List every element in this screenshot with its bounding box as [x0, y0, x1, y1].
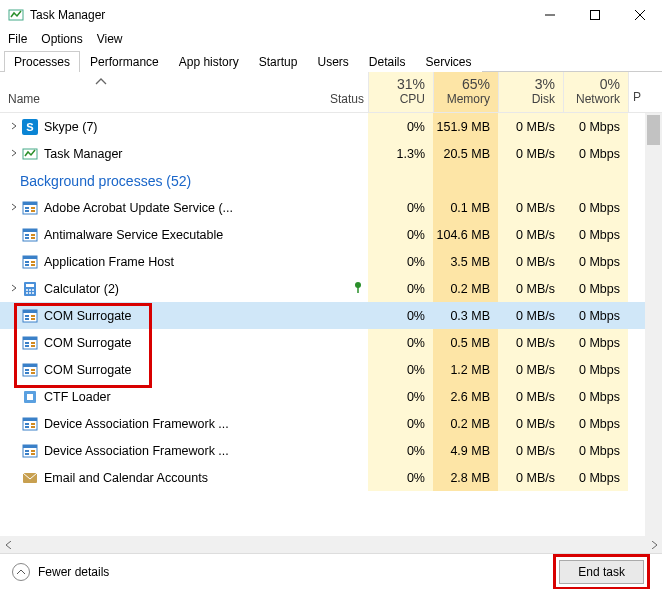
- metric-cpu: 0%: [368, 464, 433, 491]
- column-header-disk[interactable]: 3% Disk: [498, 72, 563, 112]
- metric-disk: 0 MB/s: [498, 410, 563, 437]
- metric-cpu: 0%: [368, 329, 433, 356]
- svg-rect-63: [23, 445, 37, 448]
- process-name: CTF Loader: [44, 390, 111, 404]
- column-header-name[interactable]: Name: [0, 72, 258, 112]
- svg-rect-51: [25, 372, 29, 374]
- tab-users[interactable]: Users: [307, 51, 358, 72]
- process-name: COM Surrogate: [44, 363, 132, 377]
- minimize-button[interactable]: [527, 0, 572, 30]
- vertical-scrollbar[interactable]: [645, 113, 662, 543]
- svg-rect-17: [25, 237, 29, 239]
- svg-rect-22: [25, 261, 29, 263]
- column-header-cpu[interactable]: 31% CPU: [368, 72, 433, 112]
- cpu-usage-pct: 31%: [373, 76, 425, 92]
- expand-chevron-icon[interactable]: [6, 147, 22, 161]
- metric-disk: 0 MB/s: [498, 329, 563, 356]
- process-name: Task Manager: [44, 147, 123, 161]
- expand-chevron-icon[interactable]: [6, 120, 22, 134]
- end-task-button[interactable]: End task: [559, 560, 644, 584]
- generic-icon: [22, 362, 38, 378]
- disk-usage-pct: 3%: [503, 76, 555, 92]
- tab-details[interactable]: Details: [359, 51, 416, 72]
- chevron-up-icon: [12, 563, 30, 581]
- maximize-button[interactable]: [572, 0, 617, 30]
- process-row[interactable]: COM Surrogate0%1.2 MB0 MB/s0 Mbps: [0, 356, 645, 383]
- metric-mem: 151.9 MB: [433, 113, 498, 140]
- svg-rect-67: [31, 453, 35, 455]
- tab-startup[interactable]: Startup: [249, 51, 308, 72]
- hscroll-right-arrow[interactable]: [645, 536, 662, 553]
- process-row[interactable]: CTF Loader0%2.6 MB0 MB/s0 Mbps: [0, 383, 645, 410]
- scrollbar-thumb[interactable]: [647, 115, 660, 145]
- process-row[interactable]: Task Manager1.3%20.5 MB0 MB/s0 Mbps: [0, 140, 645, 167]
- tab-processes[interactable]: Processes: [4, 51, 80, 72]
- metric-cpu: 0%: [368, 410, 433, 437]
- disk-label: Disk: [503, 92, 555, 106]
- metric-net: 0 Mbps: [563, 248, 628, 275]
- svg-rect-18: [31, 234, 35, 236]
- process-row[interactable]: Calculator (2)0%0.2 MB0 MB/s0 Mbps: [0, 275, 645, 302]
- menu-file[interactable]: File: [8, 32, 27, 46]
- close-button[interactable]: [617, 0, 662, 30]
- metric-mem: 0.2 MB: [433, 410, 498, 437]
- column-header-p[interactable]: P: [628, 72, 645, 112]
- process-row[interactable]: Application Frame Host0%3.5 MB0 MB/s0 Mb…: [0, 248, 645, 275]
- metric-cpu: 0%: [368, 194, 433, 221]
- calc-icon: [22, 281, 38, 297]
- process-row[interactable]: COM Surrogate0%0.3 MB0 MB/s0 Mbps: [0, 302, 645, 329]
- tab-strip: ProcessesPerformanceApp historyStartupUs…: [0, 50, 662, 72]
- tab-app-history[interactable]: App history: [169, 51, 249, 72]
- svg-rect-44: [25, 342, 29, 344]
- tab-performance[interactable]: Performance: [80, 51, 169, 72]
- svg-rect-9: [23, 202, 37, 205]
- footer: Fewer details End task: [0, 553, 662, 589]
- svg-rect-37: [23, 310, 37, 313]
- metric-net: 0 Mbps: [563, 464, 628, 491]
- expand-chevron-icon[interactable]: [6, 282, 22, 296]
- metric-mem: 4.9 MB: [433, 437, 498, 464]
- process-name: Email and Calendar Accounts: [44, 471, 208, 485]
- process-row[interactable]: Adobe Acrobat Update Service (...0%0.1 M…: [0, 194, 645, 221]
- cpu-label: CPU: [373, 92, 425, 106]
- horizontal-scrollbar[interactable]: [0, 536, 662, 553]
- metric-net: 0 Mbps: [563, 113, 628, 140]
- process-row[interactable]: Email and Calendar Accounts0%2.8 MB0 MB/…: [0, 464, 645, 491]
- metric-net: 0 Mbps: [563, 194, 628, 221]
- svg-rect-57: [23, 418, 37, 421]
- memory-label: Memory: [438, 92, 490, 106]
- hscroll-left-arrow[interactable]: [0, 536, 17, 553]
- svg-rect-16: [25, 234, 29, 236]
- metric-mem: 1.2 MB: [433, 356, 498, 383]
- network-usage-pct: 0%: [568, 76, 620, 92]
- svg-rect-60: [31, 423, 35, 425]
- metric-mem: 2.8 MB: [433, 464, 498, 491]
- leaf-status-icon: [352, 281, 364, 296]
- process-row[interactable]: Device Association Framework ...0%0.2 MB…: [0, 410, 645, 437]
- svg-rect-50: [25, 369, 29, 371]
- process-name: Adobe Acrobat Update Service (...: [44, 201, 233, 215]
- svg-rect-11: [25, 210, 29, 212]
- svg-rect-46: [31, 342, 35, 344]
- svg-point-31: [26, 292, 28, 294]
- svg-rect-52: [31, 369, 35, 371]
- process-row[interactable]: COM Surrogate0%0.5 MB0 MB/s0 Mbps: [0, 329, 645, 356]
- column-header-memory[interactable]: 65% Memory: [433, 72, 498, 112]
- metric-net: 0 Mbps: [563, 140, 628, 167]
- process-row[interactable]: Device Association Framework ...0%4.9 MB…: [0, 437, 645, 464]
- metric-cpu: 0%: [368, 275, 433, 302]
- column-header-network[interactable]: 0% Network: [563, 72, 628, 112]
- process-row[interactable]: SSkype (7)0%151.9 MB0 MB/s0 Mbps: [0, 113, 645, 140]
- process-rows: SSkype (7)0%151.9 MB0 MB/s0 MbpsTask Man…: [0, 113, 645, 491]
- fewer-details-toggle[interactable]: Fewer details: [12, 563, 109, 581]
- process-row[interactable]: Antimalware Service Executable0%104.6 MB…: [0, 221, 645, 248]
- mail-icon: [22, 470, 38, 486]
- menu-options[interactable]: Options: [41, 32, 82, 46]
- metric-mem: 0.3 MB: [433, 302, 498, 329]
- menu-view[interactable]: View: [97, 32, 123, 46]
- tab-services[interactable]: Services: [416, 51, 482, 72]
- expand-chevron-icon[interactable]: [6, 201, 22, 215]
- column-header-status[interactable]: Status: [258, 72, 368, 112]
- svg-point-29: [29, 289, 31, 291]
- metric-mem: 3.5 MB: [433, 248, 498, 275]
